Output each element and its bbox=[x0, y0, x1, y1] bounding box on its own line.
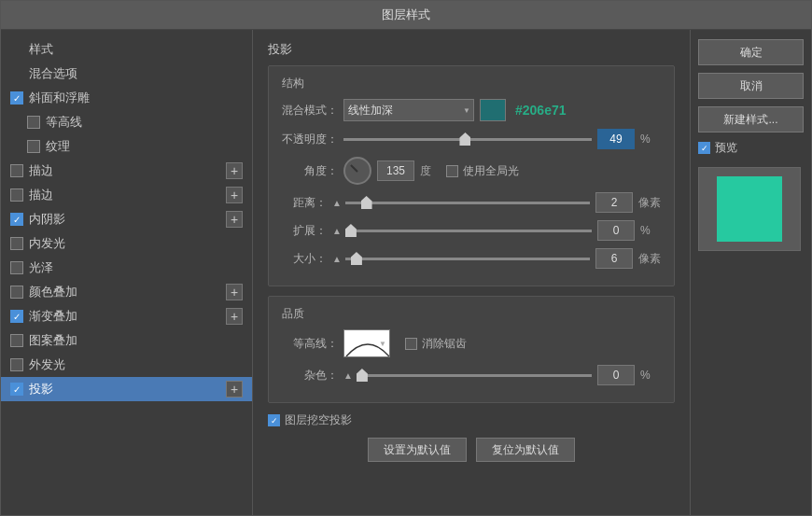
checkbox-texture[interactable] bbox=[27, 140, 40, 153]
add-button-drop-shadow[interactable]: + bbox=[226, 381, 243, 397]
sidebar-item-stroke2[interactable]: 描边+ bbox=[1, 183, 252, 207]
distance-row: 距离： ▲ 像素 bbox=[282, 192, 661, 213]
sidebar-item-outer-glow[interactable]: 外发光 bbox=[1, 353, 252, 377]
layer-knockout-text: 图层挖空投影 bbox=[285, 412, 352, 428]
add-button-color-overlay[interactable]: + bbox=[226, 284, 243, 300]
sidebar-item-bevel[interactable]: 斜面和浮雕 bbox=[1, 86, 252, 110]
layer-knockout-label[interactable]: ✓ 图层挖空投影 bbox=[268, 412, 352, 428]
size-slider[interactable] bbox=[345, 258, 590, 260]
opacity-slider[interactable] bbox=[343, 138, 592, 141]
checkbox-satin[interactable] bbox=[10, 261, 23, 274]
sidebar-label-contour: 等高线 bbox=[46, 114, 82, 131]
left-panel: 样式混合选项斜面和浮雕等高线纹理描边+描边+内阴影+内发光光泽颜色叠加+渐变叠加… bbox=[1, 30, 253, 515]
size-label: 大小： bbox=[282, 251, 327, 267]
sidebar-label-style: 样式 bbox=[29, 41, 53, 58]
sidebar-item-pattern-overlay[interactable]: 图案叠加 bbox=[1, 328, 252, 353]
angle-dial[interactable] bbox=[343, 157, 371, 185]
spread-label: 扩展： bbox=[282, 223, 327, 239]
opacity-input[interactable] bbox=[597, 129, 635, 149]
distance-unit: 像素 bbox=[638, 195, 661, 211]
checkbox-inner-glow[interactable] bbox=[10, 237, 23, 250]
contour-preview[interactable] bbox=[343, 329, 390, 357]
sidebar-item-inner-glow[interactable]: 内发光 bbox=[1, 231, 252, 256]
preview-teal-square bbox=[717, 176, 782, 242]
add-button-inner-shadow[interactable]: + bbox=[226, 211, 243, 228]
global-light-checkbox[interactable] bbox=[446, 165, 458, 177]
dialog-title: 图层样式 bbox=[382, 7, 430, 21]
spread-slider-container: ▲ bbox=[332, 226, 592, 236]
opacity-unit: % bbox=[640, 132, 661, 146]
reset-default-button[interactable]: 复位为默认值 bbox=[476, 438, 575, 462]
angle-row: 角度： 度 使用全局光 bbox=[282, 157, 661, 185]
layer-knockout-row: ✓ 图层挖空投影 bbox=[268, 412, 675, 428]
spread-slider[interactable] bbox=[345, 230, 592, 232]
preview-checkbox[interactable]: ✓ bbox=[698, 142, 710, 154]
sidebar-label-satin: 光泽 bbox=[29, 259, 53, 276]
sidebar-label-texture: 纹理 bbox=[46, 138, 70, 155]
checkbox-pattern-overlay[interactable] bbox=[10, 334, 23, 347]
sidebar-item-color-overlay[interactable]: 颜色叠加+ bbox=[1, 280, 252, 304]
layer-knockout-checkbox[interactable]: ✓ bbox=[268, 414, 280, 426]
angle-label: 角度： bbox=[282, 163, 338, 179]
checkbox-outer-glow[interactable] bbox=[10, 358, 23, 371]
preview-label[interactable]: ✓ 预览 bbox=[698, 140, 804, 156]
spread-input[interactable] bbox=[597, 220, 635, 241]
sidebar-item-gradient-overlay[interactable]: 渐变叠加+ bbox=[1, 304, 252, 328]
color-swatch[interactable] bbox=[480, 99, 506, 121]
blend-mode-select-wrapper: 线性加深 bbox=[343, 99, 474, 121]
sidebar-label-pattern-overlay: 图案叠加 bbox=[29, 332, 77, 349]
angle-input[interactable] bbox=[377, 160, 414, 181]
add-button-gradient-overlay[interactable]: + bbox=[226, 308, 243, 325]
sidebar-label-stroke2: 描边 bbox=[29, 187, 53, 203]
noise-unit: % bbox=[640, 369, 661, 382]
checkbox-contour[interactable] bbox=[27, 116, 40, 129]
sidebar-item-style[interactable]: 样式 bbox=[1, 37, 252, 62]
anti-alias-text: 消除锯齿 bbox=[422, 336, 467, 352]
spread-row: 扩展： ▲ % bbox=[282, 220, 661, 241]
size-unit: 像素 bbox=[638, 251, 661, 267]
contour-row: 等高线： 消除锯齿 bbox=[282, 329, 661, 357]
title-bar: 图层样式 bbox=[1, 1, 811, 30]
checkbox-stroke2[interactable] bbox=[10, 188, 23, 202]
checkbox-gradient-overlay[interactable] bbox=[10, 310, 23, 323]
blend-mode-select[interactable]: 线性加深 bbox=[343, 99, 474, 121]
sidebar-item-inner-shadow[interactable]: 内阴影+ bbox=[1, 207, 252, 231]
add-button-stroke1[interactable]: + bbox=[226, 162, 243, 179]
checkbox-inner-shadow[interactable] bbox=[10, 213, 23, 226]
sidebar-label-drop-shadow: 投影 bbox=[29, 381, 53, 397]
anti-alias-checkbox[interactable] bbox=[405, 338, 417, 350]
sidebar-label-color-overlay: 颜色叠加 bbox=[29, 284, 77, 300]
distance-slider[interactable] bbox=[345, 202, 590, 204]
checkbox-color-overlay[interactable] bbox=[10, 286, 23, 299]
distance-input[interactable] bbox=[595, 192, 633, 213]
middle-panel: 投影 结构 混合模式： 线性加深 #206e71 不透 bbox=[253, 30, 690, 515]
sidebar-label-bevel: 斜面和浮雕 bbox=[29, 90, 90, 106]
new-style-button[interactable]: 新建样式... bbox=[698, 106, 804, 132]
checkbox-drop-shadow[interactable] bbox=[10, 383, 23, 396]
sidebar-label-blend: 混合选项 bbox=[29, 65, 77, 82]
ok-button[interactable]: 确定 bbox=[698, 39, 804, 65]
anti-alias-label[interactable]: 消除锯齿 bbox=[405, 336, 467, 352]
add-button-stroke2[interactable]: + bbox=[226, 187, 243, 203]
contour-label: 等高线： bbox=[282, 336, 338, 352]
distance-label: 距离： bbox=[282, 195, 327, 211]
noise-slider[interactable] bbox=[357, 374, 592, 377]
checkbox-stroke1[interactable] bbox=[10, 164, 23, 177]
cancel-button[interactable]: 取消 bbox=[698, 73, 804, 99]
set-default-button[interactable]: 设置为默认值 bbox=[368, 438, 467, 462]
sidebar-item-contour[interactable]: 等高线 bbox=[1, 110, 252, 134]
contour-select-wrapper bbox=[343, 329, 390, 357]
sidebar-label-inner-glow: 内发光 bbox=[29, 235, 65, 252]
sidebar-item-blend[interactable]: 混合选项 bbox=[1, 62, 252, 86]
checkbox-bevel[interactable] bbox=[10, 91, 23, 105]
global-light-label[interactable]: 使用全局光 bbox=[446, 163, 519, 179]
size-row: 大小： ▲ 像素 bbox=[282, 248, 661, 269]
sidebar-item-texture[interactable]: 纹理 bbox=[1, 134, 252, 159]
noise-input[interactable] bbox=[597, 365, 635, 385]
sidebar-item-satin[interactable]: 光泽 bbox=[1, 256, 252, 280]
sidebar-item-stroke1[interactable]: 描边+ bbox=[1, 159, 252, 183]
blend-mode-label: 混合模式： bbox=[282, 103, 338, 119]
structure-section: 结构 混合模式： 线性加深 #206e71 不透明度： bbox=[268, 65, 675, 286]
size-input[interactable] bbox=[595, 248, 633, 269]
sidebar-item-drop-shadow[interactable]: 投影+ bbox=[1, 377, 252, 401]
